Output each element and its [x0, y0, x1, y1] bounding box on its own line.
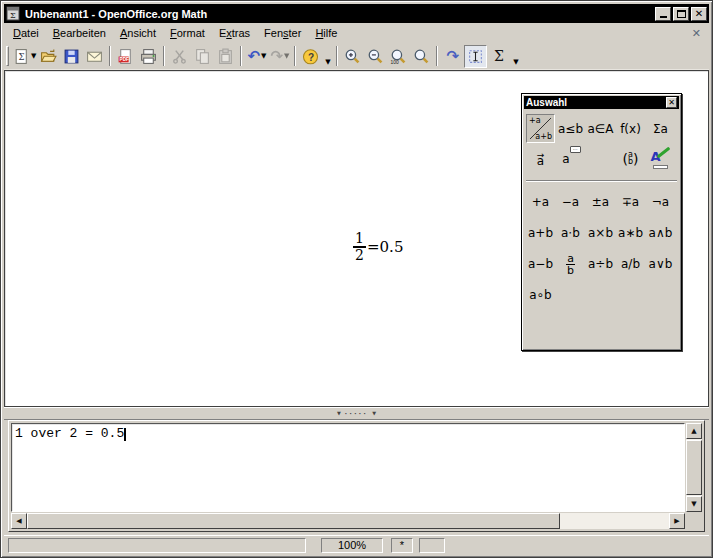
palette-category-formats[interactable]: A: [646, 144, 675, 173]
vscroll-thumb[interactable]: [686, 440, 702, 495]
close-button[interactable]: ✕: [691, 7, 707, 21]
palette-titlebar[interactable]: Auswahl ✕: [524, 96, 679, 109]
menu-format[interactable]: Format: [163, 25, 212, 41]
document-as-email-button[interactable]: [83, 45, 106, 68]
hscroll-thumb[interactable]: [27, 513, 560, 529]
app-window: Σ Unbenannt1 - OpenOffice.org Math ✕ Dat…: [0, 0, 713, 558]
toolbar-separator: [240, 46, 242, 66]
palette-category-relations[interactable]: a≤b: [556, 114, 585, 143]
menu-ansicht[interactable]: Ansicht: [113, 25, 163, 41]
close-icon: ✕: [695, 9, 703, 19]
zoom-in-button[interactable]: [341, 45, 364, 68]
zoom-level[interactable]: 100%: [321, 538, 383, 553]
palette-category-unary-binary-operators[interactable]: +aa+b: [526, 114, 555, 143]
palette-symbol[interactable]: ∓a: [616, 187, 645, 217]
command-text: 1 over 2 = 0.5: [15, 426, 124, 441]
palette-symbol[interactable]: ¬a: [646, 187, 675, 217]
export-pdf-button[interactable]: PDF: [114, 45, 137, 68]
toolbar-options-button[interactable]: ▼: [322, 45, 333, 68]
palette-category-functions[interactable]: f(x): [616, 114, 645, 143]
paste-button[interactable]: [214, 45, 237, 68]
zoom-all-icon: [413, 48, 430, 65]
document-view[interactable]: 1 2 =0.5 Auswahl ✕ +aa+ba≤ba∈Af(x)Σa→aa·…: [4, 70, 709, 407]
palette-symbol[interactable]: −a: [556, 187, 585, 217]
zoom-out-icon: [367, 48, 384, 65]
dropdown-arrow-icon: ▼: [261, 53, 266, 60]
scroll-down-button[interactable]: ▼: [686, 496, 702, 512]
palette-symbol[interactable]: a÷b: [586, 249, 615, 279]
command-vscrollbar[interactable]: ▲ ▼: [686, 423, 702, 512]
new-formula-button[interactable]: Σ▼: [12, 45, 37, 68]
cut-button[interactable]: [168, 45, 191, 68]
redo-button[interactable]: ↷▼: [268, 45, 291, 68]
palette-symbol[interactable]: a∨b: [646, 249, 675, 279]
export-pdf-icon: PDF: [117, 48, 134, 65]
zoom-out-button[interactable]: [364, 45, 387, 68]
palette-symbol[interactable]: a⋅b: [556, 218, 585, 248]
toolbar-separator: [163, 46, 165, 66]
palette-close-button[interactable]: ✕: [666, 97, 677, 108]
window-splitter[interactable]: ▼·····▼: [4, 407, 709, 420]
palette-category-others[interactable]: a···: [556, 144, 585, 173]
toolbar-options-button[interactable]: ▼: [510, 45, 521, 68]
menu-bearbeiten[interactable]: Bearbeiten: [46, 25, 113, 41]
zoom-all-button[interactable]: [410, 45, 433, 68]
symbols-catalog-button[interactable]: Σ: [487, 45, 510, 68]
palette-symbol[interactable]: a×b: [586, 218, 615, 248]
palette-symbol[interactable]: a+b: [526, 218, 555, 248]
window-title: Unbenannt1 - OpenOffice.org Math: [25, 8, 655, 20]
scroll-right-button[interactable]: ▶: [669, 513, 685, 529]
undo-button[interactable]: ↶▼: [245, 45, 268, 68]
document-as-email-icon: [86, 48, 103, 65]
close-document-icon[interactable]: ✕: [686, 27, 707, 40]
vscroll-track[interactable]: [686, 439, 702, 496]
toolbar-grip[interactable]: [6, 46, 9, 66]
palette-category-operators[interactable]: Σa: [646, 114, 675, 143]
minimize-button[interactable]: [655, 7, 671, 21]
menu-extras[interactable]: Extras: [212, 25, 257, 41]
chevron-down-icon: ▼: [513, 59, 518, 66]
menu-fenster[interactable]: Fenster: [257, 25, 308, 41]
palette-symbol[interactable]: ab: [556, 249, 585, 279]
palette-symbol[interactable]: ±a: [586, 187, 615, 217]
palette-symbol[interactable]: a/b: [616, 249, 645, 279]
palette-symbol[interactable]: a−b: [526, 249, 555, 279]
selection-palette: Auswahl ✕ +aa+ba≤ba∈Af(x)Σa→aa···(ab)A +…: [521, 93, 682, 351]
dropdown-arrow-icon: ▼: [284, 53, 289, 60]
chevron-down-icon: ▼: [325, 59, 330, 66]
command-hscrollbar[interactable]: ◀ ▶: [11, 513, 685, 529]
command-editor[interactable]: 1 over 2 = 0.5: [11, 423, 685, 512]
open-document-button[interactable]: [37, 45, 60, 68]
scroll-up-button[interactable]: ▲: [686, 423, 702, 439]
titlebar[interactable]: Σ Unbenannt1 - OpenOffice.org Math ✕: [4, 4, 709, 23]
palette-category-set-operations[interactable]: a∈A: [586, 114, 615, 143]
palette-symbol[interactable]: a∘b: [526, 280, 555, 310]
palette-category-attributes[interactable]: →a: [526, 144, 555, 173]
formula-cursor-button[interactable]: [464, 45, 487, 68]
hscroll-track[interactable]: [27, 513, 669, 529]
save-document-button[interactable]: [60, 45, 83, 68]
palette-category-brackets[interactable]: (ab): [616, 144, 645, 173]
statusbar: 100%*: [4, 536, 709, 554]
app-icon: Σ: [6, 6, 21, 21]
print-button[interactable]: [137, 45, 160, 68]
command-window: 1 over 2 = 0.5 ▲ ▼ ◀ ▶: [8, 420, 705, 532]
paste-icon: [217, 48, 234, 65]
copy-button[interactable]: [191, 45, 214, 68]
toolbar-separator: [294, 46, 296, 66]
fraction-numerator: 1: [353, 231, 366, 246]
menu-datei[interactable]: Datei: [6, 25, 46, 41]
scroll-left-button[interactable]: ◀: [11, 513, 27, 529]
zoom-100-button[interactable]: 100: [387, 45, 410, 68]
maximize-button[interactable]: [673, 7, 689, 21]
status-extra: [419, 538, 445, 553]
redraw-button[interactable]: ↷: [441, 45, 464, 68]
palette-symbol[interactable]: a∗b: [616, 218, 645, 248]
menu-hilfe[interactable]: Hilfe: [308, 25, 344, 41]
palette-symbol[interactable]: a∧b: [646, 218, 675, 248]
palette-symbol[interactable]: +a: [526, 187, 555, 217]
svg-text:?: ?: [308, 51, 314, 62]
save-document-icon: [63, 48, 80, 65]
help-button[interactable]: ?: [299, 45, 322, 68]
palette-category-empty: [586, 144, 615, 173]
